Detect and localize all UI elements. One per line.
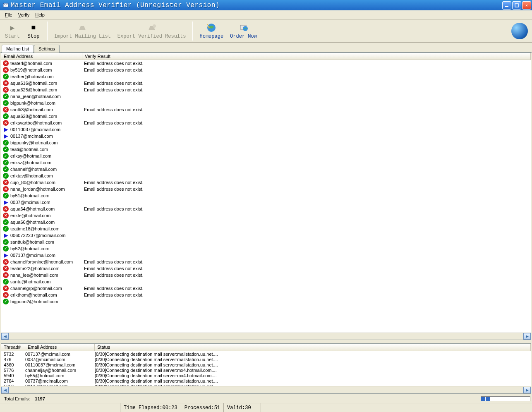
order-button[interactable]: Order Now (227, 22, 260, 40)
tab-settings[interactable]: Settings (34, 45, 60, 53)
table-row[interactable]: 5940by55@hotmail.com[0/30]Connecting des… (1, 373, 531, 378)
result-cell: Email address does not exist. (82, 273, 289, 278)
table-row[interactable]: ✓by52@hotmail.com (1, 245, 531, 252)
scroll-track[interactable] (9, 333, 523, 340)
tab-mailing-list[interactable]: Mailing List (2, 45, 34, 53)
homepage-button[interactable]: Homepage (196, 22, 227, 40)
thread-hscroll[interactable]: ◀ ▶ (1, 386, 531, 393)
scroll-left-button[interactable]: ◀ (1, 333, 9, 340)
table-row[interactable]: ✓santu@hotmail.com (1, 278, 531, 285)
table-row[interactable]: ✕teatime22@hotmail.comEmail address does… (1, 265, 531, 272)
column-thread-email[interactable]: Email Address (25, 344, 95, 351)
table-row[interactable]: ✓eriktav@hotmail.com (1, 172, 531, 179)
table-row[interactable]: ▶0060722237@mcimail.com (1, 232, 531, 239)
email-cell: eriktav@hotmail.com (10, 173, 53, 178)
table-row[interactable]: ✕aqua625@hotmail.comEmail address does n… (1, 86, 531, 93)
scroll-right-button[interactable]: ▶ (523, 387, 531, 393)
maximize-button[interactable] (512, 1, 521, 10)
table-row[interactable]: ▶00137@mcimail.com (1, 133, 531, 139)
table-row[interactable]: ✓eriksy@hotmail.com (1, 153, 531, 159)
table-row[interactable]: ▶0037@mcimail.com (1, 199, 531, 206)
table-row[interactable]: 436000110037@mcimail.com[0/30]Connecting… (1, 362, 531, 367)
scroll-right-button[interactable]: ▶ (523, 333, 531, 340)
table-row[interactable]: ✕cujo_80@hotmail.comEmail address does n… (1, 179, 531, 186)
email-cell: teather@hotmail.com (10, 74, 54, 79)
menu-verify[interactable]: Verify (16, 12, 32, 18)
menu-help[interactable]: Help (33, 12, 47, 18)
table-row[interactable]: ✕channelgrp@hotmail.comEmail address doe… (1, 285, 531, 292)
status-ok-icon: ✓ (3, 173, 9, 179)
table-row[interactable]: ✕eriksvartbo@hotmail.comEmail address do… (1, 120, 531, 126)
table-row[interactable]: ✕erikte@hotmail.com (1, 212, 531, 219)
progress-bar (481, 396, 530, 401)
menu-file[interactable]: File (2, 12, 15, 18)
table-row[interactable]: ✓teather@hotmail.com (1, 73, 531, 80)
status-pending-icon: ▶ (3, 199, 9, 205)
splitter[interactable] (0, 340, 532, 343)
table-row[interactable]: 5732007137@mcimail.com[0/30]Connecting d… (1, 351, 531, 357)
table-row[interactable]: 276400737@mcimail.com[0/30]Connecting de… (1, 378, 531, 383)
export-button[interactable]: Export Verified Results (114, 22, 189, 40)
table-row[interactable]: ✓santtuk@hotmail.com (1, 239, 531, 245)
bottombar: Time Elapsed:00:23 Processed:51 Valid:30 (0, 403, 532, 412)
table-row[interactable]: ✓bigpunk@hotmail.com (1, 100, 531, 106)
table-row[interactable]: ✓teatime18@hotmail.com (1, 225, 531, 232)
email-hscroll[interactable]: ◀ ▶ (1, 333, 531, 340)
table-row[interactable]: ▶00110037@mcimail.com (1, 126, 531, 133)
table-row[interactable]: ✓nana_jean@hotmail.com (1, 93, 531, 100)
status-fail-icon: ✕ (3, 266, 9, 271)
column-thread[interactable]: Thread# (1, 344, 25, 351)
column-thread-status[interactable]: Status (95, 344, 531, 351)
thread-list-body[interactable]: 5732007137@mcimail.com[0/30]Connecting d… (1, 351, 531, 386)
import-button[interactable]: Import Mailing List (51, 22, 114, 40)
close-button[interactable]: ✕ (522, 1, 531, 10)
table-row[interactable]: ✕nana_lee@hotmail.comEmail address does … (1, 272, 531, 278)
email-cell: eriksz@hotmail.com (10, 160, 51, 165)
scroll-track[interactable] (9, 387, 523, 393)
thread-email-cell: channeljay@hotmail.com (25, 368, 95, 373)
start-button[interactable]: ▶ Start (2, 22, 23, 40)
email-cell: 00110037@mcimail.com (10, 127, 60, 132)
table-row[interactable]: ✕teaterl@hotmail.comEmail address does n… (1, 60, 531, 67)
email-cell: erikte@hotmail.com (10, 213, 50, 218)
table-row[interactable]: ✕erikthom@hotmail.comEmail address does … (1, 292, 531, 298)
table-row[interactable]: ✕nana_jordan@hotmail.comEmail address do… (1, 186, 531, 192)
total-emails-value: 1197 (32, 396, 47, 401)
table-row[interactable]: 5776channeljay@hotmail.com[0/30]Connecti… (1, 367, 531, 373)
status-ok-icon: ✓ (3, 299, 9, 304)
table-row[interactable]: ✓by51@hotmail.com (1, 192, 531, 199)
stop-button[interactable]: ■ Stop (23, 22, 44, 40)
table-row[interactable]: ✕santti3@hotmail.comEmail address does n… (1, 106, 531, 113)
thread-status-cell: [0/30]Connecting destination mail server… (95, 378, 531, 383)
globe-logo-icon (511, 23, 528, 39)
column-email[interactable]: Email Address (1, 53, 82, 60)
table-row[interactable]: ✓aqua66@hotmail.com (1, 219, 531, 225)
table-row[interactable]: ✕channelfortynine@hotmail.comEmail addre… (1, 259, 531, 265)
result-cell: Email address does not exist. (82, 180, 289, 185)
table-row[interactable]: ✓eriksz@hotmail.com (1, 159, 531, 166)
table-row[interactable]: 4760037@mcimail.com[0/30]Connecting dest… (1, 357, 531, 362)
table-row[interactable]: ✓bigpunky@hotmail.com (1, 139, 531, 146)
thread-email-cell: 00110037@mcimail.com (25, 362, 95, 367)
minimize-button[interactable] (502, 1, 511, 10)
table-row[interactable]: ✕by519@hotmail.comEmail address does not… (1, 67, 531, 73)
thread-status-cell: [0/30]Connecting destination mail server… (95, 362, 531, 367)
table-row[interactable]: ✓channelf@hotmail.com (1, 166, 531, 172)
table-row[interactable]: ✕aqua616@hotmail.comEmail address does n… (1, 80, 531, 86)
table-row[interactable]: ✓aqua628@hotmail.com (1, 113, 531, 120)
status-ok-icon: ✓ (3, 113, 9, 119)
table-row[interactable]: ✓teati@hotmail.com (1, 146, 531, 153)
table-row[interactable]: ✕aqua64@hotmail.comEmail address does no… (1, 206, 531, 212)
processed-count: Processed:51 (181, 403, 223, 412)
column-result[interactable]: Verify Result (82, 53, 531, 60)
scroll-left-button[interactable]: ◀ (1, 387, 9, 393)
email-cell: by519@hotmail.com (10, 67, 52, 72)
table-row[interactable]: ▶007137@mcimail.com (1, 252, 531, 259)
toolbar: ▶ Start ■ Stop Import Mailing List Expor… (0, 19, 532, 43)
export-icon (147, 23, 157, 33)
email-list-body[interactable]: ✕teaterl@hotmail.comEmail address does n… (1, 60, 531, 333)
table-row[interactable]: ✓bigpunn2@hotmail.com (1, 298, 531, 305)
email-cell: aqua625@hotmail.com (10, 87, 57, 92)
email-cell: teatime18@hotmail.com (10, 226, 60, 231)
email-cell: by51@hotmail.com (10, 193, 49, 198)
